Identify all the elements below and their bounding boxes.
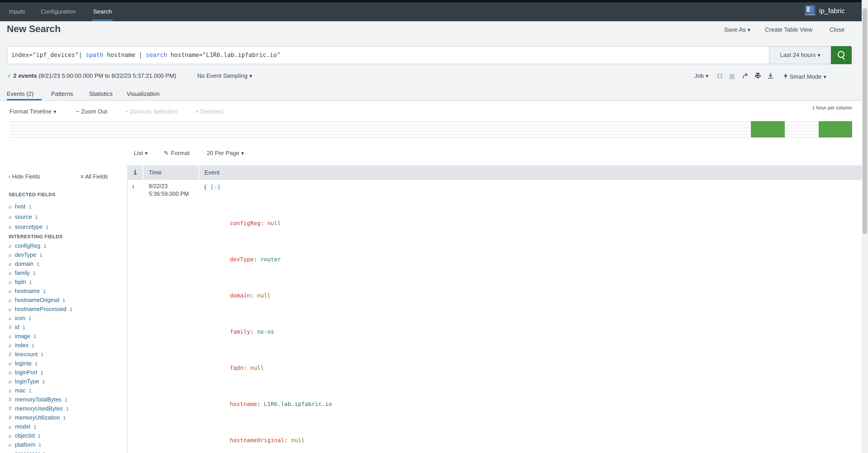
stop-icon[interactable] bbox=[730, 74, 735, 80]
job-menu[interactable]: Job▼ bbox=[694, 72, 708, 79]
print-icon[interactable] bbox=[754, 72, 761, 80]
json-line: configReg: null bbox=[204, 210, 386, 219]
list-icon: ≡ bbox=[81, 173, 84, 180]
tab-visualization[interactable]: Visualization bbox=[127, 90, 160, 97]
format-timeline-dropdown[interactable]: Format Timeline▼ bbox=[9, 108, 56, 115]
column-header-event: Event bbox=[205, 169, 220, 176]
per-page-dropdown[interactable]: 20 Per Page▼ bbox=[207, 150, 244, 156]
events-table-header: i Time Event bbox=[127, 165, 862, 180]
hide-fields-button[interactable]: ‹ Hide Fields bbox=[9, 173, 40, 180]
field-row[interactable]: ahost1 bbox=[0, 202, 127, 212]
create-table-view-button[interactable]: Create Table View bbox=[765, 26, 812, 33]
search-submit-button[interactable] bbox=[831, 46, 852, 64]
json-line: domain: null bbox=[204, 282, 386, 291]
check-icon: ✓ bbox=[7, 72, 12, 79]
field-row[interactable]: aplatform1 bbox=[0, 440, 127, 449]
event-json-cell: { [-] configReg: null devType: router do… bbox=[204, 183, 386, 453]
json-collapse-toggle[interactable]: [-] bbox=[210, 184, 220, 190]
json-open-line: { [-] bbox=[204, 183, 386, 192]
export-icon[interactable] bbox=[767, 72, 774, 80]
page-title: New Search bbox=[7, 24, 61, 34]
zoom-to-selection-button[interactable]: + Zoom to Selection bbox=[125, 108, 177, 115]
field-row[interactable]: afamily1 bbox=[0, 268, 127, 278]
field-row[interactable]: amac1 bbox=[0, 386, 127, 395]
share-icon[interactable] bbox=[742, 72, 749, 80]
event-sampling-dropdown[interactable]: No Event Sampling▼ bbox=[197, 72, 252, 79]
field-row[interactable]: #memoryUtilization1 bbox=[0, 413, 127, 422]
timeline-gridline bbox=[9, 134, 852, 135]
scrollbar-thumb[interactable] bbox=[863, 8, 867, 234]
pause-icon[interactable] bbox=[717, 73, 724, 80]
ip-fabric-logo-icon[interactable]: IP FABRIC bbox=[805, 5, 815, 16]
field-row[interactable]: ahostnameOriginal1 bbox=[0, 296, 127, 305]
field-row[interactable]: aloginType1 bbox=[0, 377, 127, 386]
timeline-bar[interactable] bbox=[751, 121, 785, 137]
event-time-cell: 8/22/23 5:36:59.000 PM bbox=[149, 183, 189, 198]
nav-item-search[interactable]: Search bbox=[93, 8, 112, 15]
list-view-dropdown[interactable]: List▼ bbox=[134, 150, 148, 156]
timeline-gridline bbox=[9, 137, 852, 138]
app-name: ip_fabric bbox=[819, 7, 845, 14]
json-line: family: nx-os bbox=[204, 318, 386, 327]
lightning-bolt-icon bbox=[783, 73, 788, 79]
tabs-divider bbox=[0, 100, 868, 101]
json-line: hostname: L1R6.lab.ipfabric.io bbox=[204, 391, 386, 400]
query-text: hostname | bbox=[103, 52, 146, 58]
field-row[interactable]: aprocessor1 bbox=[0, 449, 127, 453]
field-row[interactable]: adomain1 bbox=[0, 259, 127, 268]
event-timeline-chart[interactable] bbox=[0, 118, 868, 141]
nav-active-underline bbox=[92, 20, 113, 21]
nav-item-configuration[interactable]: Configuration bbox=[41, 8, 76, 15]
field-row[interactable]: aloginIp1 bbox=[0, 359, 127, 368]
query-text: index="ipf_devices"| bbox=[11, 52, 86, 58]
field-row[interactable]: aconfigReg1 bbox=[0, 241, 127, 251]
timeline-gridline bbox=[9, 128, 852, 129]
save-as-button[interactable]: Save As▼ bbox=[724, 26, 750, 33]
event-count: 2 events bbox=[13, 72, 37, 79]
deselect-button[interactable]: × Deselect bbox=[195, 108, 223, 115]
field-row[interactable]: #memoryUsedBytes1 bbox=[0, 404, 127, 413]
search-mode-dropdown[interactable]: Smart Mode▼ bbox=[783, 72, 826, 80]
timeline-scale-note: 1 hour per column bbox=[812, 105, 852, 110]
json-line: fqdn: null bbox=[204, 354, 386, 363]
search-query-text[interactable]: index="ipf_devices"| spath hostname | se… bbox=[11, 52, 280, 58]
query-keyword: search bbox=[146, 52, 167, 58]
query-keyword: spath bbox=[86, 52, 103, 58]
tab-patterns[interactable]: Patterns bbox=[51, 90, 73, 97]
interesting-fields-title: INTERESTING FIELDS bbox=[9, 234, 63, 239]
field-row[interactable]: asourcetype1 bbox=[0, 222, 127, 232]
event-expand-chevron-icon[interactable]: › bbox=[132, 182, 134, 190]
field-row[interactable]: aobjectId1 bbox=[0, 431, 127, 440]
nav-item-inputs[interactable]: Inputs bbox=[9, 8, 25, 15]
field-row[interactable]: #linecount1 bbox=[0, 350, 127, 359]
zoom-out-button[interactable]: − Zoom Out bbox=[76, 108, 107, 115]
time-range-picker[interactable]: Last 24 hours▼ bbox=[769, 46, 831, 64]
format-results-button[interactable]: ✎Format bbox=[164, 150, 189, 156]
sidebar-divider bbox=[127, 165, 128, 453]
job-status-text: ✓ 2 events (8/21/23 5:00:00.000 PM to 8/… bbox=[7, 72, 176, 79]
tab-events[interactable]: Events (2) bbox=[7, 90, 34, 97]
field-row[interactable]: afqdn1 bbox=[0, 278, 127, 287]
interesting-fields-list: aconfigReg1 adevType1 adomain1 afamily1 … bbox=[0, 241, 127, 453]
json-line: hostnameOriginal: null bbox=[204, 427, 386, 436]
field-row[interactable]: #id1 bbox=[0, 323, 127, 332]
field-row[interactable]: aimage1 bbox=[0, 332, 127, 341]
json-line: devType: router bbox=[204, 246, 386, 255]
timeline-bar[interactable] bbox=[819, 121, 852, 137]
all-fields-button[interactable]: ≡ All Fields bbox=[81, 173, 108, 180]
field-row[interactable]: aicon1 bbox=[0, 314, 127, 323]
search-icon bbox=[838, 51, 844, 58]
timeline-gridline bbox=[9, 125, 852, 125]
field-row[interactable]: ahostname1 bbox=[0, 287, 127, 296]
field-row[interactable]: ahostnameProcessed1 bbox=[0, 305, 127, 314]
selected-fields-list: ahost1 asource1 asourcetype1 bbox=[0, 202, 127, 232]
splunk-search-app: Inputs Configuration Search IP FABRIC ip… bbox=[0, 0, 868, 453]
field-row[interactable]: adevType1 bbox=[0, 251, 127, 259]
field-row[interactable]: asource1 bbox=[0, 212, 127, 222]
tab-statistics[interactable]: Statistics bbox=[89, 90, 113, 97]
field-row[interactable]: #memoryTotalBytes1 bbox=[0, 395, 127, 404]
field-row[interactable]: aindex1 bbox=[0, 341, 127, 350]
close-button[interactable]: Close bbox=[830, 26, 845, 33]
field-row[interactable]: aloginPort1 bbox=[0, 368, 127, 377]
field-row[interactable]: amodel1 bbox=[0, 422, 127, 431]
